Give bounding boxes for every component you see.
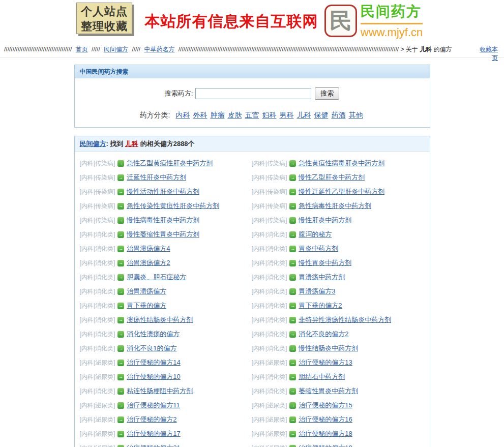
remedy-link[interactable]: 慢性迁延性乙型肝炎中药方剂 xyxy=(299,187,384,196)
arrow-bullet-icon: → xyxy=(117,445,124,447)
remedy-link[interactable]: 消化不良的偏方2 xyxy=(299,330,348,339)
remedy-link[interactable]: 胃下垂的偏方2 xyxy=(299,301,342,310)
remedy-link[interactable]: 急性传染性黄疸性肝炎中药方剂 xyxy=(127,201,219,211)
arrow-bullet-icon: → xyxy=(289,331,296,338)
result-item: [内科|消化类] → 消化不良1的偏方 xyxy=(80,341,252,355)
remedy-link[interactable]: 慢性乙型肝炎中药方剂 xyxy=(299,173,365,182)
remedy-link[interactable]: 治疗便秘的偏方11 xyxy=(127,401,180,410)
arrow-bullet-icon: → xyxy=(289,445,296,447)
arrow-bullet-icon: → xyxy=(289,203,296,210)
results-header: 民间偏方: 找到 儿科 的相关偏方2888个 xyxy=(75,136,430,152)
result-item: [内科|消化类] → 胆结石中药方剂 xyxy=(252,370,425,384)
remedy-link[interactable]: 消化不良1的偏方 xyxy=(127,344,176,353)
remedy-link[interactable]: 慢性活动性肝炎中药方剂 xyxy=(127,187,199,196)
arrow-bullet-icon: → xyxy=(117,288,124,295)
remedy-link[interactable]: 溃疡性结肠炎中药方剂 xyxy=(127,315,193,324)
remedy-link[interactable]: 治胃溃疡偏方2 xyxy=(127,258,170,267)
arrow-bullet-icon: → xyxy=(289,402,296,409)
remedy-link[interactable]: 治胃溃疡偏方4 xyxy=(127,244,170,253)
arrow-bullet-icon: → xyxy=(117,345,124,352)
arrow-bullet-icon: → xyxy=(289,288,296,295)
item-category-tag: [内科|泌尿类] xyxy=(80,373,115,381)
result-item: [内科|消化类] → 非特异性溃疡性结肠炎中药方剂 xyxy=(252,313,425,327)
item-category-tag: [内科|消化类] xyxy=(80,259,115,267)
remedy-link[interactable]: 萎缩性胃炎中药方剂 xyxy=(299,386,358,396)
remedy-link[interactable]: 治疗便秘的偏方15 xyxy=(299,401,352,410)
remedy-link[interactable]: 治疗便秘的偏方14 xyxy=(127,358,180,367)
remedy-link[interactable]: 胆囊炎、胆石症秘方 xyxy=(127,273,186,282)
remedy-link[interactable]: 治疗便秘的偏方17 xyxy=(127,429,180,438)
result-item: [内科|泌尿类] → 治疗便秘的偏方18 xyxy=(252,427,425,441)
arrow-bullet-icon: → xyxy=(117,317,124,323)
remedy-link[interactable]: 治胃溃疡偏方 xyxy=(127,287,166,296)
remedy-link[interactable]: 慢性结肠炎中药方剂 xyxy=(299,344,358,353)
nav-link-home[interactable]: 首页 xyxy=(76,46,88,53)
remedy-link[interactable]: 慢性病毒性肝炎中药方剂 xyxy=(127,216,199,225)
item-category-tag: [内科|消化类] xyxy=(80,287,115,296)
remedy-link[interactable]: 胃溃疡偏方3 xyxy=(299,287,335,296)
remedy-link[interactable]: 慢性萎缩性胃炎中药方剂 xyxy=(127,230,199,239)
category-link[interactable]: 男科 xyxy=(279,111,293,119)
remedy-link[interactable]: 治疗便秘的偏方16 xyxy=(299,415,352,424)
item-category-tag: [内科|泌尿类] xyxy=(252,415,287,424)
remedy-link[interactable]: 治疗便秘的偏方18 xyxy=(299,429,352,438)
category-link[interactable]: 保健 xyxy=(314,111,328,119)
arrow-bullet-icon: → xyxy=(289,246,296,252)
result-item: [内科|泌尿类] → 治疗便秘的偏方16 xyxy=(252,412,425,427)
remedy-link[interactable]: 治疗便秘的偏方10 xyxy=(127,372,180,381)
result-item: [内科|泌尿类] → 治疗便秘的偏方2 xyxy=(80,412,252,427)
results-source-link[interactable]: 民间偏方 xyxy=(80,140,106,147)
category-link[interactable]: 五官 xyxy=(245,111,259,119)
remedy-link[interactable]: 消化性溃疡的偏方 xyxy=(127,330,180,339)
category-link[interactable]: 药酒 xyxy=(331,111,345,119)
remedy-link[interactable]: 慢性肝炎中药方剂 xyxy=(299,216,351,225)
result-item: [内科|泌尿类] → 治疗便秘的偏方15 xyxy=(252,398,425,412)
remedy-link[interactable]: 治疗便秘的偏方2 xyxy=(127,415,176,424)
results-panel: 民间偏方: 找到 儿科 的相关偏方2888个 [内科|传染病] → 急性乙型黄疸… xyxy=(74,136,430,447)
remedy-link[interactable]: 治疗便秘的偏方13 xyxy=(299,358,352,367)
arrow-bullet-icon: → xyxy=(289,189,296,195)
remedy-link[interactable]: 急性乙型黄疸性肝炎中药方剂 xyxy=(127,159,213,168)
remedy-link[interactable]: 腹泻的秘方 xyxy=(299,230,332,239)
remedy-link[interactable]: 胃下垂的偏方 xyxy=(127,301,166,310)
item-category-tag: [内科|消化类] xyxy=(252,387,287,396)
remedy-link[interactable]: 粘连性肠梗阻中药方剂 xyxy=(127,386,193,396)
remedy-link[interactable]: 胆结石中药方剂 xyxy=(299,372,345,381)
search-button[interactable]: 搜索 xyxy=(315,87,339,100)
item-category-tag: [内科|泌尿类] xyxy=(80,444,115,447)
result-item: [内科|泌尿类] → 治疗便秘的偏方11 xyxy=(80,398,252,412)
item-category-tag: [内科|消化类] xyxy=(252,373,287,381)
remedy-link[interactable]: 急性黄疸性病毒肝炎中药方剂 xyxy=(299,159,384,168)
item-category-tag: [内科|传染病] xyxy=(80,216,115,225)
remedy-link[interactable]: 急性病毒性肝炎中药方剂 xyxy=(299,201,371,211)
result-item: [内科|传染病] → 慢性病毒性肝炎中药方剂 xyxy=(80,213,252,227)
bookmark-page-link[interactable]: 收藏本页 xyxy=(476,45,498,63)
remedy-link[interactable]: 胃溃疡中药方剂 xyxy=(299,273,345,282)
arrow-bullet-icon: → xyxy=(117,431,124,437)
category-link[interactable]: 其他 xyxy=(348,111,363,119)
nav-link-herb-formulas[interactable]: 中草药名方 xyxy=(144,46,174,53)
remedy-link[interactable]: 非特异性溃疡性结肠炎中药方剂 xyxy=(299,315,391,324)
search-input[interactable] xyxy=(195,88,311,99)
category-link[interactable]: 皮肤 xyxy=(227,111,242,119)
category-link[interactable]: 肿瘤 xyxy=(210,111,224,119)
arrow-bullet-icon: → xyxy=(289,317,296,323)
results-keyword-link[interactable]: 儿科 xyxy=(125,140,138,147)
category-link[interactable]: 妇科 xyxy=(262,111,276,119)
site-logo[interactable]: 民 民间药方 www.mjyf.cn xyxy=(324,2,423,39)
arrow-bullet-icon: → xyxy=(289,217,296,224)
result-item: [内科|消化类] → 胃下垂的偏方 xyxy=(80,299,252,313)
remedy-link[interactable]: 治疗便秘的偏方21 xyxy=(127,443,180,447)
arrow-bullet-icon: → xyxy=(289,174,296,181)
category-link[interactable]: 儿科 xyxy=(297,111,311,119)
remedy-link[interactable]: 胃炎中药方剂 xyxy=(299,244,338,253)
category-link[interactable]: 外科 xyxy=(193,111,207,119)
search-form: 搜索药方:搜索 xyxy=(75,87,430,100)
nav-link-folk-remedies[interactable]: 民间偏方 xyxy=(104,46,128,53)
remedy-link[interactable]: 治疗便秘的偏方19 xyxy=(299,443,352,447)
remedy-link[interactable]: 慢性胃炎中药方剂 xyxy=(299,258,351,267)
category-link[interactable]: 内科 xyxy=(175,111,190,119)
remedy-link[interactable]: 迁延性肝炎中药方剂 xyxy=(127,173,186,182)
item-category-tag: [内科|泌尿类] xyxy=(80,359,115,367)
arrow-bullet-icon: → xyxy=(289,345,296,352)
